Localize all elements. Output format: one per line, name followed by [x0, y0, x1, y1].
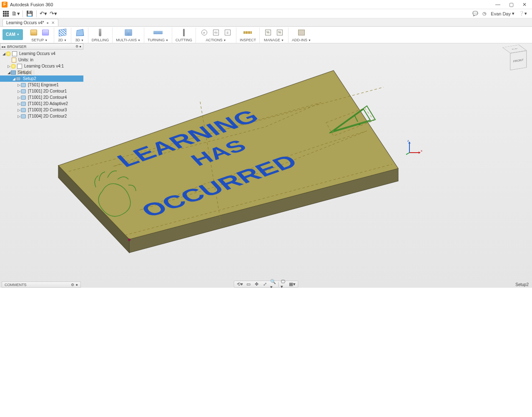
file-menu-button[interactable]: 🗎▾ — [12, 10, 20, 18]
display-settings-button[interactable]: 🖵▾ — [281, 281, 287, 287]
zoom-button[interactable]: ⤢ — [262, 281, 269, 287]
ribbon-group-manage: MANAGE▼ — [260, 28, 289, 43]
browser-collapse-icon[interactable]: ◂◂ — [1, 45, 5, 49]
svg-point-10 — [359, 123, 360, 125]
tab-label: Learning Occurs v4* — [6, 20, 44, 25]
setups-icon — [11, 70, 16, 75]
tree-op[interactable]: ▷[T1003] 2D Contour3 — [0, 107, 83, 113]
actions-icon-1[interactable]: ⟳ — [199, 28, 209, 38]
document-tabbar: Learning Occurs v4* ● ✕ — [0, 18, 532, 27]
tree-setups-folder[interactable]: ◢Setups — [0, 69, 83, 75]
viewcube[interactable]: FRONT TOP — [502, 45, 527, 70]
minimize-button[interactable]: — — [494, 1, 501, 8]
tree-op[interactable]: ▷[T1001] 2D Contour4 — [0, 94, 83, 100]
save-button[interactable]: 💾 — [25, 10, 34, 18]
ribbon-group-multiaxis: MULTI-AXIS▼ — [113, 28, 144, 43]
bulb-icon[interactable] — [11, 64, 16, 69]
viewport[interactable]: LEARNING HAS OCCURRED ◂◂ BROWSER ⚙ ● ◢Le… — [0, 43, 532, 288]
viewcube-front[interactable]: FRONT — [510, 50, 527, 70]
tab-close-button[interactable]: ✕ — [51, 20, 55, 25]
3d-icon[interactable] — [75, 28, 85, 38]
comments-settings-icon[interactable]: ⚙ — [71, 283, 74, 287]
ribbon-group-inspect: INSPECT — [236, 28, 260, 43]
svg-marker-6 — [326, 108, 374, 136]
actions-icon-3[interactable]: ☰ — [223, 28, 233, 38]
ribbon-label-setup[interactable]: SETUP▼ — [31, 38, 48, 42]
look-at-button[interactable]: ▭ — [245, 281, 252, 287]
tree-setup-active[interactable]: ◢Setup2 — [0, 75, 83, 82]
op-icon — [21, 114, 26, 118]
ribbon-group-3d: 3D▼ — [71, 28, 88, 43]
tree-op[interactable]: ▷[T1001] 2D Contour1 — [0, 88, 83, 94]
addins-icon[interactable] — [296, 28, 306, 38]
setup-icon[interactable] — [29, 28, 39, 38]
svg-text:z: z — [407, 139, 409, 143]
op-icon — [21, 83, 26, 87]
multiaxis-icon[interactable] — [123, 28, 133, 38]
browser-pin-icon[interactable]: ⚙ ● — [75, 45, 81, 48]
tree-op[interactable]: ▷[T1004] 2D Contour2 — [0, 113, 83, 119]
status-setup-label: Setup2 — [515, 282, 529, 287]
setup-folder-icon[interactable] — [40, 28, 50, 38]
op-icon — [21, 102, 26, 106]
quick-access-toolbar: 🗎▾ 💾 ↶▾ ↷▾ 💬 ◷ Evan Day▾ ❔▾ — [0, 9, 532, 18]
ribbon-label-2d[interactable]: 2D▼ — [58, 38, 66, 42]
ribbon-group-actions: ⟳ G1 ☰ ACTIONS▼ — [196, 28, 236, 43]
user-menu[interactable]: Evan Day▾ — [491, 11, 514, 16]
grid-settings-button[interactable]: ▦▾ — [289, 281, 296, 287]
cutting-icon[interactable] — [179, 28, 189, 38]
svg-text:x: x — [421, 149, 422, 153]
comments-expand-icon[interactable]: ● — [76, 283, 78, 287]
comments-label: COMMENTS — [5, 283, 27, 287]
op-icon — [21, 89, 26, 93]
bulb-icon[interactable] — [6, 51, 11, 56]
inspect-icon[interactable] — [243, 28, 253, 38]
redo-button[interactable]: ↷▾ — [49, 10, 58, 18]
job-status-icon[interactable]: ◷ — [482, 11, 487, 16]
browser-header[interactable]: ◂◂ BROWSER ⚙ ● — [0, 43, 83, 50]
ribbon-label-drilling: DRILLING — [92, 38, 109, 42]
comments-icon[interactable]: 💬 — [472, 11, 478, 16]
ribbon-label-addins[interactable]: ADD-INS▼ — [292, 38, 311, 42]
ribbon-label-actions[interactable]: ACTIONS▼ — [206, 38, 226, 42]
op-icon — [21, 95, 26, 100]
ribbon-label-turning[interactable]: TURNING▼ — [148, 38, 168, 42]
pan-button[interactable]: ✥ — [253, 281, 260, 287]
tree-units[interactable]: Units: in — [0, 57, 83, 63]
ribbon-label-multiaxis[interactable]: MULTI-AXIS▼ — [116, 38, 141, 42]
2d-icon[interactable] — [58, 28, 68, 38]
manage-icon-1[interactable] — [263, 28, 273, 38]
help-button[interactable]: ❔▾ — [519, 11, 527, 16]
tree-root[interactable]: ◢Learning Occurs v4 — [0, 50, 83, 57]
ribbon-group-setup: SETUP▼ — [25, 28, 54, 43]
axis-triad: x z y — [406, 139, 423, 156]
undo-button[interactable]: ↶▾ — [39, 10, 48, 18]
tree-op[interactable]: ▷[T1001] 2D Adaptive2 — [0, 100, 83, 107]
ribbon-label-cutting: CUTTING — [176, 38, 192, 42]
grid-menu-button[interactable] — [2, 10, 10, 18]
tree-op[interactable]: ▷[T501] Engrave1 — [0, 82, 83, 88]
page-icon — [12, 58, 16, 63]
drilling-icon[interactable] — [95, 28, 105, 38]
manage-icon-2[interactable] — [275, 28, 285, 38]
ribbon-group-2d: 2D▼ — [54, 28, 71, 43]
ribbon-label-3d[interactable]: 3D▼ — [75, 38, 83, 42]
svg-text:OCCURRED: OCCURRED — [136, 151, 302, 221]
workspace-switcher[interactable]: CAM▼ — [3, 29, 23, 40]
ribbon-group-cutting: CUTTING — [172, 28, 196, 43]
setup-icon — [16, 77, 21, 81]
svg-marker-5 — [140, 131, 367, 210]
svg-marker-8 — [334, 109, 370, 131]
actions-icon-2[interactable]: G1 — [211, 28, 221, 38]
comments-panel-header[interactable]: COMMENTS ⚙● — [2, 281, 81, 288]
app-title: Autodesk Fusion 360 — [10, 2, 53, 7]
ribbon-label-manage[interactable]: MANAGE▼ — [264, 38, 284, 42]
close-window-button[interactable]: ✕ — [521, 1, 528, 8]
browser-title: BROWSER — [7, 45, 27, 49]
maximize-button[interactable]: ▢ — [508, 1, 514, 8]
zoom-window-button[interactable]: 🔍▾ — [270, 281, 277, 287]
document-tab[interactable]: Learning Occurs v4* ● ✕ — [3, 19, 58, 26]
orbit-button[interactable]: ⟲▾ — [237, 281, 243, 287]
tree-component[interactable]: ▷Learning Occurs v4:1 — [0, 63, 83, 69]
turning-icon[interactable] — [153, 28, 163, 38]
